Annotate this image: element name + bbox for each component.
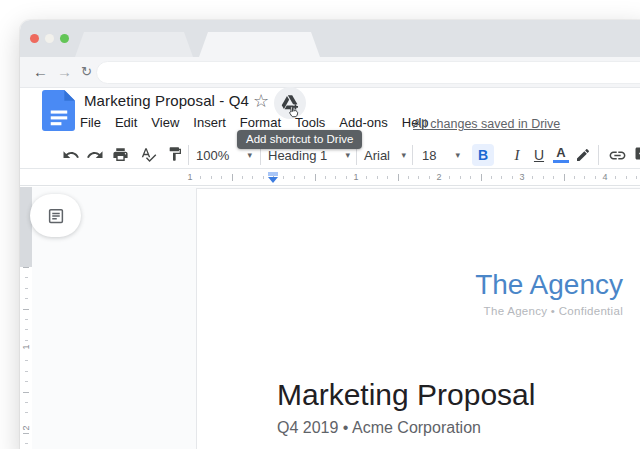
doc-brand-subheading: The Agency • Confidential bbox=[484, 305, 623, 317]
ruler-mark: 1 bbox=[350, 169, 361, 185]
horizontal-ruler: 1 1 2 3 4 bbox=[20, 169, 640, 186]
menu-addons[interactable]: Add-ons bbox=[337, 115, 389, 130]
font-size-select[interactable]: 18 ▾ bbox=[422, 146, 460, 164]
close-button[interactable] bbox=[30, 34, 39, 43]
chevron-down-icon: ▾ bbox=[401, 150, 406, 160]
ruler-mark: 2 bbox=[21, 423, 31, 433]
reload-icon[interactable]: ↻ bbox=[81, 62, 92, 82]
bold-button[interactable]: B bbox=[472, 144, 494, 166]
document-outline-icon bbox=[47, 207, 65, 225]
paint-format-icon[interactable] bbox=[167, 146, 185, 164]
font-size-value: 18 bbox=[422, 148, 436, 163]
doc-subtitle-text: Q4 2019 • Acme Corporation bbox=[277, 419, 481, 437]
font-select[interactable]: Arial ▾ bbox=[364, 146, 406, 164]
menu-insert[interactable]: Insert bbox=[191, 115, 228, 130]
vertical-ruler: 1 2 bbox=[20, 187, 32, 449]
menu-view[interactable]: View bbox=[149, 115, 181, 130]
toolbar-separator bbox=[188, 145, 189, 165]
zoom-button[interactable] bbox=[60, 34, 69, 43]
star-icon[interactable]: ☆ bbox=[253, 90, 269, 112]
doc-title-text: Marketing Proposal bbox=[277, 378, 535, 412]
add-comment-icon[interactable] bbox=[634, 146, 640, 164]
undo-icon[interactable] bbox=[62, 146, 80, 164]
left-indent-marker[interactable] bbox=[268, 177, 278, 183]
chevron-down-icon: ▾ bbox=[345, 150, 350, 160]
font-value: Arial bbox=[364, 148, 390, 163]
menu-bar: File Edit View Insert Format Tools Add-o… bbox=[78, 115, 431, 130]
hand-cursor-icon bbox=[286, 104, 301, 120]
spellcheck-icon[interactable] bbox=[140, 146, 158, 164]
zoom-value: 100% bbox=[196, 148, 229, 163]
toolbar-separator bbox=[412, 145, 413, 165]
menu-edit[interactable]: Edit bbox=[113, 115, 139, 130]
document-canvas: 1 2 The Agency The Agency • Confidential… bbox=[20, 187, 640, 449]
back-icon[interactable]: ← bbox=[33, 62, 48, 82]
google-docs-icon[interactable] bbox=[42, 90, 75, 131]
document-page[interactable]: The Agency The Agency • Confidential Mar… bbox=[196, 188, 640, 449]
style-value: Heading 1 bbox=[268, 148, 327, 163]
tooltip: Add shortcut to Drive bbox=[237, 130, 362, 149]
ruler-mark: 1 bbox=[21, 342, 31, 352]
browser-tab-1[interactable] bbox=[75, 32, 193, 57]
toolbar-separator bbox=[598, 145, 599, 165]
docs-header: Marketing Proposal - Q4 ☆ File Edit View… bbox=[20, 89, 640, 141]
ruler-mark: 3 bbox=[516, 169, 527, 185]
chevron-down-icon: ▾ bbox=[455, 150, 460, 160]
print-icon[interactable] bbox=[112, 146, 130, 164]
document-title[interactable]: Marketing Proposal - Q4 bbox=[84, 92, 249, 109]
insert-link-icon[interactable] bbox=[608, 146, 626, 164]
text-color-button[interactable]: A bbox=[550, 144, 572, 166]
save-status-link[interactable]: All changes saved in Drive bbox=[413, 117, 560, 131]
browser-window: ← → ↻ Marketing Proposal - Q4 ☆ bbox=[20, 20, 640, 449]
browser-tab-2[interactable] bbox=[199, 32, 320, 57]
ruler-mark: 2 bbox=[433, 169, 444, 185]
vertical-ruler-margin bbox=[20, 187, 32, 267]
menu-file[interactable]: File bbox=[78, 115, 103, 130]
highlight-pen-icon[interactable] bbox=[575, 147, 593, 165]
minimize-button[interactable] bbox=[45, 34, 54, 43]
ruler-mark: 4 bbox=[599, 169, 610, 185]
redo-icon[interactable] bbox=[86, 146, 104, 164]
vertical-ruler-ticks bbox=[20, 267, 32, 449]
chevron-down-icon: ▾ bbox=[247, 150, 252, 160]
browser-navbar: ← → ↻ bbox=[20, 57, 640, 88]
doc-brand-heading: The Agency bbox=[475, 269, 623, 301]
show-outline-button[interactable] bbox=[30, 194, 81, 237]
underline-button[interactable]: U bbox=[528, 144, 550, 166]
first-line-indent-marker[interactable] bbox=[268, 172, 278, 176]
forward-icon[interactable]: → bbox=[57, 62, 72, 82]
tab-strip bbox=[20, 20, 640, 57]
italic-button[interactable]: I bbox=[506, 144, 528, 166]
menu-format[interactable]: Format bbox=[238, 115, 283, 130]
ruler-mark: 1 bbox=[184, 169, 195, 185]
address-bar[interactable] bbox=[96, 61, 640, 84]
ruler-ticks bbox=[190, 169, 640, 185]
